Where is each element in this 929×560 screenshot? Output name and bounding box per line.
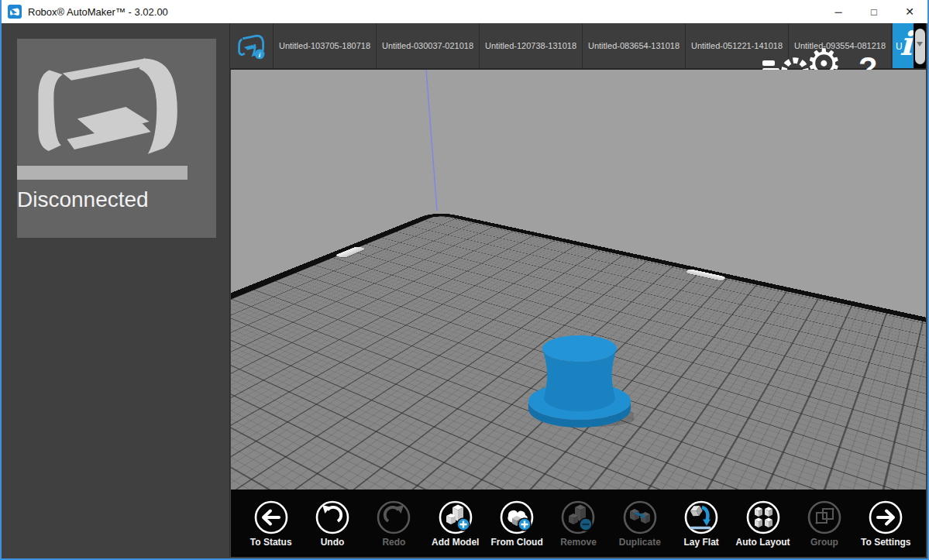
title-bar: Robox® AutoMaker™ - 3.02.00 ─ □ ✕ (2, 0, 927, 23)
maximize-button[interactable]: □ (856, 0, 892, 23)
printer-progress-strip (17, 166, 188, 180)
add-model-icon (438, 500, 473, 535)
tab-scrollbar-thumb[interactable] (915, 29, 925, 64)
undo-icon (315, 500, 350, 535)
from-cloud-icon (499, 500, 535, 535)
layout-toolbar: To Status Undo Redo (231, 490, 926, 557)
redo-icon (376, 500, 411, 535)
tab-untitled-3[interactable]: Untitled-120738-131018 (480, 23, 583, 68)
printer-illustration (28, 50, 206, 166)
tab-selected-clipped[interactable]: U i (893, 23, 914, 68)
printer-home-icon: i (236, 31, 268, 60)
chevron-down-icon (917, 42, 923, 46)
lay-flat-icon (683, 500, 719, 535)
group-icon (807, 500, 842, 535)
arrow-right-circle-icon (868, 500, 903, 535)
auto-layout-button[interactable]: Auto Layout (732, 500, 793, 548)
notifications-icon: i (900, 28, 912, 60)
printer-status-sidebar: Disconnected (3, 23, 230, 557)
to-settings-button[interactable]: To Settings (855, 500, 917, 548)
printer-status-label: Disconnected (17, 187, 149, 212)
app-window: Robox® AutoMaker™ - 3.02.00 ─ □ ✕ Discon… (0, 0, 929, 560)
svg-text:i: i (258, 51, 260, 59)
remove-button[interactable]: Remove (548, 500, 609, 548)
auto-layout-icon (745, 500, 781, 535)
undo-button[interactable]: Undo (301, 500, 363, 548)
redo-button[interactable]: Redo (363, 500, 425, 548)
minimize-button[interactable]: ─ (821, 0, 856, 23)
to-status-button[interactable]: To Status (240, 500, 301, 548)
window-title: Robox® AutoMaker™ - 3.02.00 (28, 6, 168, 18)
add-model-button[interactable]: Add Model (425, 500, 486, 548)
window-controls: ─ □ ✕ (821, 0, 927, 23)
app-logo-icon (8, 5, 22, 19)
duplicate-button[interactable]: Duplicate (609, 500, 670, 548)
tab-untitled-4[interactable]: Untitled-083654-131018 (583, 23, 686, 68)
bed-clip-left (335, 246, 366, 258)
tab-scrollbar[interactable] (914, 23, 926, 68)
tab-untitled-2[interactable]: Untitled-030037-021018 (377, 23, 480, 68)
3d-viewport[interactable] (231, 70, 926, 557)
model-top-hat[interactable] (525, 335, 634, 435)
arrow-left-circle-icon (253, 500, 289, 535)
app-logo-printer-glyph (9, 6, 20, 17)
group-button[interactable]: Group (793, 500, 855, 548)
tab-printer-home[interactable]: i (230, 23, 274, 68)
from-cloud-button[interactable]: From Cloud (486, 500, 547, 548)
duplicate-icon (622, 500, 658, 535)
tab-untitled-1[interactable]: Untitled-103705-180718 (274, 23, 377, 68)
bed-clip-right (685, 269, 726, 281)
lay-flat-button[interactable]: Lay Flat (671, 500, 732, 548)
close-button[interactable]: ✕ (892, 0, 927, 23)
remove-model-icon (560, 500, 596, 535)
